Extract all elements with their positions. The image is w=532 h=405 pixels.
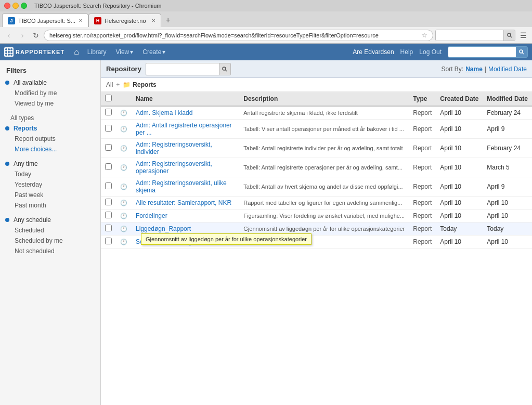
report-name-link[interactable]: Liggedøgn_Rapport [136, 225, 191, 232]
view-nav-button[interactable]: View ▾ [111, 44, 137, 60]
tab-close-helseregister[interactable]: ✕ [151, 18, 155, 23]
sidebar-item-modified-by-me[interactable]: Modified by me [0, 88, 100, 98]
forward-button[interactable]: › [17, 30, 28, 41]
report-name-link[interactable]: Adm: Registreringsoversikt, ulike skjema [136, 179, 227, 194]
repository-search-input[interactable] [146, 64, 219, 74]
repository-label: Repository [106, 65, 141, 73]
row-clock-cell: 🕐 [116, 106, 132, 120]
home-button[interactable]: ⌂ [71, 44, 82, 60]
user-name[interactable]: Are Edvardsen [353, 48, 394, 56]
row-name-cell: Liggedøgn_RapportGjennomsnitt av liggedø… [132, 223, 239, 236]
tab-label-helseregister: Helseregister.no [105, 18, 146, 24]
url-bar[interactable]: helseregister.no/rapporteket_prod/flow.h… [44, 30, 433, 41]
sidebar-item-report-outputs[interactable]: Report outputs [0, 134, 100, 144]
browser-menu-button[interactable]: ☰ [517, 30, 529, 41]
reload-button[interactable]: ↻ [30, 30, 42, 41]
row-checkbox-cell [101, 106, 116, 120]
row-description-cell: Figursamling: Viser fordeling av ønsket … [239, 210, 409, 223]
maximize-button[interactable] [21, 3, 27, 9]
row-name-cell: Alle resultater: Samlerapport, NKR [132, 197, 239, 210]
svg-point-4 [223, 67, 226, 70]
repository-search-button[interactable] [219, 63, 230, 75]
sidebar-item-scheduled-by-me[interactable]: Scheduled by me [0, 236, 100, 246]
breadcrumb-all[interactable]: All [106, 81, 113, 88]
row-checkbox[interactable] [105, 225, 112, 231]
sidebar-item-any-schedule[interactable]: Any schedule [0, 215, 100, 225]
sidebar-item-past-week[interactable]: Past week [0, 190, 100, 200]
breadcrumb-bar: All + 📁 Reports [101, 78, 532, 92]
create-nav-button[interactable]: Create ▾ [138, 44, 170, 60]
tab-helseregister[interactable]: H Helseregister.no ✕ [88, 14, 161, 27]
col-name[interactable]: Name [132, 92, 239, 106]
browser-nav-bar: ‹ › ↻ helseregister.no/rapporteket_prod/… [0, 27, 532, 44]
tooltip: Gjennomsnitt av liggedøgn per år for uli… [141, 233, 312, 245]
main-layout: Filters All available Modified by me Vie… [0, 60, 532, 405]
row-name-cell: Adm: Registreringsoversikt, individer [132, 139, 239, 158]
content-area: Repository Sort By: Name | Modified Date [101, 60, 532, 405]
report-name-link[interactable]: Fordelinger [136, 212, 167, 219]
sidebar-item-viewed-by-me[interactable]: Viewed by me [0, 98, 100, 109]
row-checkbox[interactable] [105, 109, 112, 115]
browser-title-bar: TIBCO Jaspersoft: Search Repository - Ch… [0, 0, 532, 11]
minimize-button[interactable] [12, 3, 19, 9]
help-link[interactable]: Help [400, 48, 413, 56]
svg-line-3 [523, 53, 524, 55]
app-search-button[interactable] [516, 47, 527, 57]
row-modified-cell: April 9 [483, 177, 532, 197]
report-name-link[interactable]: Adm: Antall registrerte operasjoner per … [136, 122, 232, 136]
breadcrumb-folder-icon: 📁 [123, 81, 131, 88]
browser-search-input[interactable] [436, 30, 503, 41]
sidebar-item-not-scheduled[interactable]: Not scheduled [0, 246, 100, 256]
row-checkbox[interactable] [105, 144, 112, 151]
tab-close-jaspersoft[interactable]: ✕ [79, 18, 83, 23]
sidebar-item-all-types[interactable]: All types [0, 113, 100, 123]
sidebar-item-reports[interactable]: Reports [0, 123, 100, 134]
back-button[interactable]: ‹ [3, 30, 15, 41]
table-row: 🕐Adm. Skjema i kladdAntall registrerte s… [101, 106, 532, 120]
col-modified[interactable]: Modified Date [483, 92, 532, 106]
row-checkbox[interactable] [105, 199, 112, 205]
row-description: Rapport med tabeller og figurer for egen… [243, 200, 402, 206]
logout-link[interactable]: Log Out [419, 48, 442, 56]
select-all-checkbox[interactable] [105, 95, 112, 101]
sort-by-label: Sort By: [441, 66, 463, 73]
row-checkbox[interactable] [105, 238, 112, 244]
sidebar-item-yesterday[interactable]: Yesterday [0, 179, 100, 190]
sort-bar: Sort By: Name | Modified Date [441, 66, 527, 73]
library-nav-button[interactable]: Library [83, 44, 111, 60]
row-checkbox[interactable] [105, 182, 112, 189]
sidebar-item-more-choices[interactable]: More choices... [0, 144, 100, 154]
row-checkbox[interactable] [105, 212, 112, 218]
report-name-link[interactable]: Adm: Registreringsoversikt, individer [136, 141, 212, 155]
col-type[interactable]: Type [409, 92, 436, 106]
sidebar-item-past-month[interactable]: Past month [0, 200, 100, 211]
row-checkbox[interactable] [105, 125, 112, 132]
report-name-link[interactable]: Adm: Registreringsoversikt, operasjoner [136, 160, 212, 175]
sidebar-item-scheduled[interactable]: Scheduled [0, 225, 100, 236]
col-created[interactable]: Created Date [436, 92, 483, 106]
row-checkbox-cell [101, 158, 116, 177]
report-name-link[interactable]: Alle resultater: Samlerapport, NKR [136, 199, 231, 206]
report-name-link[interactable]: Adm. Skjema i kladd [136, 109, 192, 116]
reports-dot [5, 126, 9, 130]
row-type-cell: Report [409, 223, 436, 236]
close-button[interactable] [4, 3, 10, 9]
tab-jaspersoft[interactable]: J TIBCO Jaspersoft: S... ✕ [2, 14, 88, 27]
bookmark-icon[interactable]: ☆ [421, 31, 427, 39]
table-row: 🕐FordelingerFigursamling: Viser fordelin… [101, 210, 532, 223]
new-tab-button[interactable]: + [161, 14, 175, 27]
sort-by-name[interactable]: Name [465, 66, 483, 73]
tab-favicon-jaspersoft: J [8, 17, 15, 24]
sort-by-modified[interactable]: Modified Date [488, 66, 527, 73]
col-description[interactable]: Description [239, 92, 409, 106]
table-row: 🕐Adm: Registreringsoversikt, individerTa… [101, 139, 532, 158]
row-clock-cell: 🕐 [116, 177, 132, 197]
row-description: Figursamling: Viser fordeling av ønsket … [243, 213, 405, 219]
app-search-input[interactable] [448, 47, 516, 57]
row-created-cell: April 10 [436, 158, 483, 177]
sidebar-item-all-available[interactable]: All available [0, 77, 100, 88]
browser-search-button[interactable] [503, 30, 515, 41]
row-checkbox[interactable] [105, 163, 112, 170]
sidebar-item-today[interactable]: Today [0, 169, 100, 179]
sidebar-item-any-time[interactable]: Any time [0, 159, 100, 169]
